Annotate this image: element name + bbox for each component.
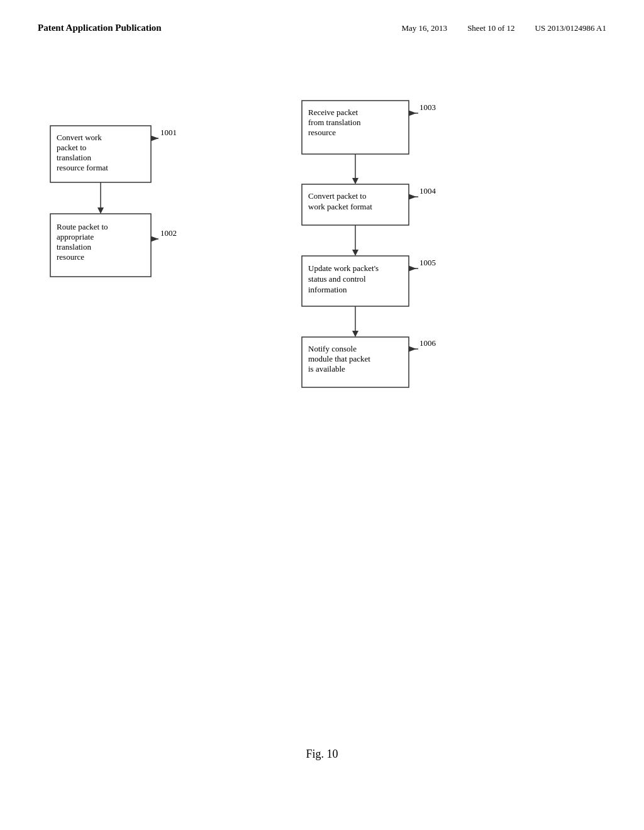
svg-marker-30 [352,250,358,256]
svg-text:Convert packet to: Convert packet to [308,191,366,201]
svg-text:is available: is available [308,364,345,374]
svg-marker-23 [352,178,358,184]
svg-text:information: information [308,285,347,294]
svg-text:1001: 1001 [160,128,177,137]
diagram-svg: Convert work packet to translation resou… [38,75,606,641]
svg-text:module that packet: module that packet [308,354,370,363]
svg-marker-38 [352,331,358,337]
svg-text:Receive packet: Receive packet [308,108,358,117]
svg-text:status and control: status and control [308,274,366,284]
svg-text:resource format: resource format [57,163,108,172]
svg-text:1004: 1004 [419,186,436,196]
svg-text:resource: resource [57,252,84,262]
publication-title: Patent Application Publication [38,23,162,33]
header-meta: May 16, 2013 Sheet 10 of 12 US 2013/0124… [402,23,606,33]
svg-marker-8 [97,208,104,214]
sheet-info: Sheet 10 of 12 [467,23,514,33]
page-header: Patent Application Publication May 16, 2… [0,0,644,33]
svg-text:Notify console: Notify console [308,344,357,353]
svg-text:work packet format: work packet format [308,202,372,211]
figure-caption: Fig. 10 [306,748,338,761]
svg-text:resource: resource [308,128,336,137]
patent-number: US 2013/0124986 A1 [535,23,606,33]
svg-text:1006: 1006 [419,338,436,348]
svg-text:1003: 1003 [419,102,436,112]
svg-text:Update work packet's: Update work packet's [308,263,379,273]
svg-text:translation: translation [57,242,91,252]
svg-text:Route packet to: Route packet to [57,222,108,231]
svg-text:translation: translation [57,153,91,162]
svg-text:Convert work: Convert work [57,133,102,142]
svg-text:packet to: packet to [57,143,86,152]
svg-text:appropriate: appropriate [57,232,94,241]
svg-text:1005: 1005 [419,258,436,267]
svg-text:from translation: from translation [308,118,361,127]
svg-text:1002: 1002 [160,228,177,238]
publication-date: May 16, 2013 [402,23,448,33]
